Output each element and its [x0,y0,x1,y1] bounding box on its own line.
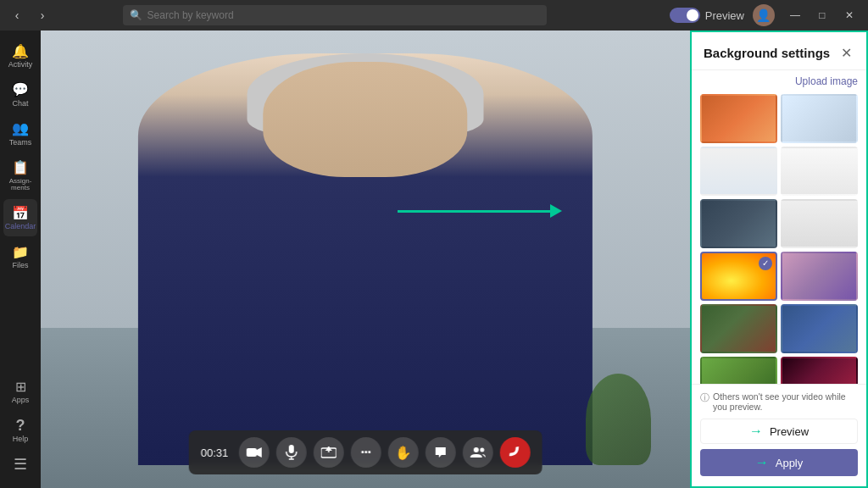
bg-thumb-minimal[interactable] [781,199,858,248]
mic-button[interactable] [275,437,306,468]
nav-buttons: ‹ › [7,5,53,25]
svg-point-8 [473,447,478,452]
sidebar-item-help[interactable]: ? Help [3,412,37,449]
svg-rect-0 [246,448,256,457]
footer-note: ⓘ Others won't see your video while you … [700,391,858,412]
sidebar-item-files[interactable]: 📁 Files [3,238,37,275]
bg-thumb-white-room1-inner [702,148,776,194]
bg-thumb-white-room1[interactable] [700,147,777,196]
people-button[interactable] [462,437,492,468]
sidebar-item-calendar[interactable]: 📅 Calendar [3,199,37,236]
help-icon: ? [12,417,29,434]
preview-label: Preview [705,9,744,22]
bg-thumb-minimal-inner [782,201,856,247]
apply-label: Apply [776,457,804,469]
status-icon: ☰ [12,456,29,473]
preview-toggle-switch[interactable] [670,8,700,23]
bg-thumb-office1-inner [782,96,856,141]
sidebar: 🔔 Activity 💬 Chat 👥 Teams 📋 Assign­ments… [0,30,41,488]
sidebar-item-bottom[interactable]: ☰ [3,451,37,480]
activity-icon: 🔔 [12,42,29,59]
panel-close-button[interactable]: ✕ [837,44,854,61]
person-face [263,62,467,177]
video-area: 00:31 [41,30,690,488]
bg-thumb-office1[interactable] [781,94,858,143]
search-bar[interactable]: 🔍 [123,5,547,25]
title-bar: ‹ › 🔍 Preview 👤 — □ ✕ [0,0,868,30]
svg-point-9 [480,448,484,452]
arrow-head [550,204,562,218]
bg-thumb-city-inner [782,306,856,352]
arrow-line [398,210,550,213]
nav-forward-button[interactable]: › [32,5,53,25]
call-timer: 00:31 [201,446,229,459]
apply-arrow-icon: → [755,455,769,470]
search-icon: 🔍 [130,9,142,21]
sidebar-item-chat[interactable]: 💬 Chat [3,76,37,114]
end-call-button[interactable] [499,437,530,468]
bg-thumb-modern-office[interactable] [700,199,777,248]
call-controls: 00:31 [189,430,542,474]
sidebar-item-activity[interactable]: 🔔 Activity [3,37,37,75]
bg-thumb-darkfire-inner [782,358,856,384]
plant [586,374,651,465]
bg-thumb-purple-sky[interactable] [781,252,858,301]
background-settings-panel: Background settings ✕ Upload image [690,30,868,488]
files-icon: 📁 [12,243,29,260]
sidebar-item-teams[interactable]: 👥 Teams [3,115,37,152]
search-input[interactable] [147,9,540,21]
bg-thumb-minecraft-inner [702,358,776,384]
preview-button[interactable]: → Preview [700,419,858,444]
footer-note-text: Others won't see your video while you pr… [713,391,858,412]
sidebar-label-activity: Activity [8,61,33,69]
sidebar-label-teams: Teams [9,139,32,147]
sidebar-label-apps: Apps [12,396,30,405]
preview-toggle[interactable]: Preview [670,8,744,23]
bg-thumb-yellow-art[interactable] [700,252,777,301]
bg-thumb-white-room2-inner [782,148,856,194]
window-controls: — □ ✕ [783,3,861,27]
raise-hand-button[interactable]: ✋ [387,437,418,468]
sidebar-label-files: Files [12,262,28,270]
close-button[interactable]: ✕ [837,3,861,27]
preview-arrow-icon: → [749,424,763,439]
chat-icon: 💬 [12,81,29,98]
bg-thumb-modern-inner [702,201,776,247]
sidebar-label-assignments: Assign­ments [7,178,34,193]
bg-thumb-minecraft[interactable] [700,357,777,384]
main-area: 🔔 Activity 💬 Chat 👥 Teams 📋 Assign­ments… [0,30,868,488]
nav-back-button[interactable]: ‹ [7,5,27,25]
sidebar-item-assignments[interactable]: 📋 Assign­ments [3,154,37,198]
upload-image-button[interactable]: Upload image [692,70,866,91]
bg-thumb-yellow-inner [702,253,776,299]
bg-thumb-orange-inner [702,96,776,141]
person-body [138,53,593,465]
more-options-button[interactable]: ··· [350,437,381,468]
title-bar-right: Preview 👤 — □ ✕ [670,3,861,27]
panel-header: Background settings ✕ [692,32,866,70]
bg-thumb-orange-room[interactable] [700,94,777,143]
bg-thumb-city-lib[interactable] [781,304,858,353]
svg-marker-1 [256,447,261,458]
sidebar-item-apps[interactable]: ⊞ Apps [3,373,37,410]
calendar-icon: 📅 [12,204,29,221]
assignments-icon: 📋 [12,159,29,176]
apps-icon: ⊞ [12,378,29,395]
bg-thumb-garden[interactable] [700,304,777,353]
panel-title: Background settings [704,46,830,60]
camera-button[interactable] [238,437,269,468]
share-screen-button[interactable] [313,437,343,468]
teams-icon: 👥 [12,120,29,137]
apply-button[interactable]: → Apply [700,449,858,476]
bg-thumb-garden-inner [702,306,776,352]
bg-thumb-white-room2[interactable] [781,147,858,196]
chat-button[interactable] [425,437,455,468]
panel-footer: ⓘ Others won't see your video while you … [692,384,866,486]
preview-label: Preview [770,425,809,438]
bg-thumb-dark-fire[interactable] [781,357,858,384]
background-grid [692,91,866,384]
maximize-button[interactable]: □ [810,3,834,27]
video-background [41,30,690,488]
avatar[interactable]: 👤 [753,4,775,26]
minimize-button[interactable]: — [783,3,807,27]
